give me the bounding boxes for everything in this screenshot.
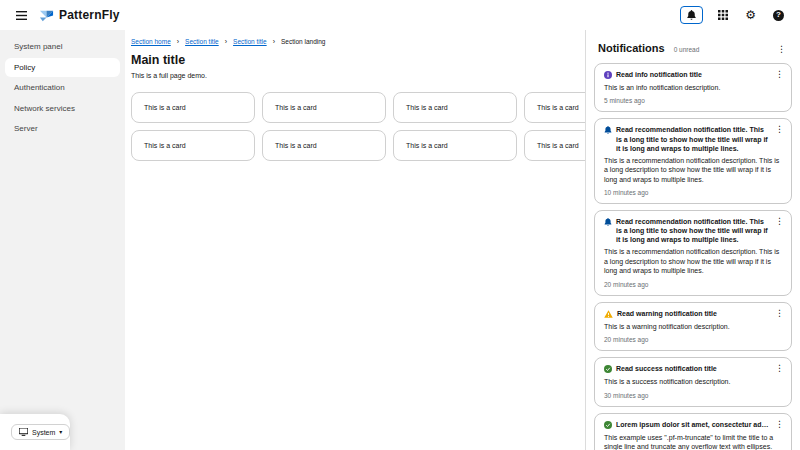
chevron-right-icon: › (177, 38, 179, 45)
notification-kebab-button[interactable]: ⋮ (771, 124, 788, 135)
notification-timestamp: 20 minutes ago (604, 336, 788, 343)
notification-title: Lorem ipsum dolor sit amet, consectetur … (616, 420, 771, 429)
notification-item[interactable]: Read warning notification title ⋮ This i… (594, 302, 792, 351)
sidebar-item-server[interactable]: Server (5, 119, 120, 139)
notification-kebab-button[interactable]: ⋮ (771, 216, 788, 227)
help-button[interactable]: ? (771, 8, 786, 23)
notification-description: This is a recommendation notification de… (604, 156, 788, 184)
notification-description: This is an info notification description… (604, 83, 788, 92)
bell-icon (687, 10, 696, 20)
sidebar-item-policy[interactable]: Policy (5, 58, 120, 78)
context-selector-toggle[interactable]: System ▾ (11, 424, 70, 440)
chevron-down-icon: ▾ (59, 429, 62, 435)
grid-icon (718, 10, 728, 20)
drawer-title: Notifications (598, 42, 665, 54)
context-selector-label: System (32, 429, 55, 436)
unread-count: 0 unread (674, 46, 700, 53)
notification-description: This is a warning notification descripti… (604, 322, 788, 331)
bell-icon (604, 126, 612, 134)
app-launcher-button[interactable] (716, 8, 730, 22)
hamburger-icon (16, 11, 27, 20)
info-circle-icon (604, 71, 612, 79)
brand-name: PatternFly (59, 8, 120, 22)
chevron-right-icon: › (225, 38, 227, 45)
masthead-toolbar: ⚙ ? (680, 6, 786, 24)
notification-description: This is a recommendation notification de… (604, 247, 788, 275)
notification-item[interactable]: Read recommendation notification title. … (594, 210, 792, 296)
notifications-bell-button[interactable] (680, 6, 703, 24)
notification-timestamp: 20 minutes ago (604, 281, 788, 288)
bell-icon (604, 218, 612, 226)
notification-item[interactable]: Lorem ipsum dolor sit amet, consectetur … (594, 413, 792, 450)
main-content: Section home › Section title › Section t… (125, 30, 585, 450)
warning-triangle-icon (604, 310, 613, 318)
sidebar-item-network-services[interactable]: Network services (5, 99, 120, 119)
notification-timestamp: 10 minutes ago (604, 189, 788, 196)
gear-icon: ⚙ (745, 9, 756, 21)
masthead: PatternFly ⚙ ? (0, 0, 800, 30)
notification-title: Read warning notification title (617, 309, 771, 318)
notification-kebab-button[interactable]: ⋮ (771, 69, 788, 80)
notification-drawer: Notifications 0 unread ⋮ Read info notif… (585, 30, 800, 450)
notification-list: Read info notification title ⋮ This is a… (586, 63, 800, 450)
notification-timestamp: 30 minutes ago (604, 392, 788, 399)
notification-title: Read recommendation notification title. … (616, 125, 771, 152)
notification-title: Read recommendation notification title. … (616, 217, 771, 244)
notification-item[interactable]: Read recommendation notification title. … (594, 118, 792, 204)
notification-description: This is a success notification descripti… (604, 377, 788, 386)
breadcrumb-link-section-home[interactable]: Section home (131, 38, 171, 45)
nav-toggle-button[interactable] (14, 9, 29, 22)
card[interactable]: This is a card (131, 130, 255, 161)
check-circle-icon (604, 365, 612, 373)
card-grid: This is a card This is a card This is a … (131, 92, 585, 161)
card[interactable]: This is a card (524, 92, 585, 123)
sidebar-nav: System panel Policy Authentication Netwo… (0, 30, 125, 450)
card[interactable]: This is a card (131, 92, 255, 123)
sidebar-item-authentication[interactable]: Authentication (5, 78, 120, 98)
breadcrumb-link-section-title-1[interactable]: Section title (185, 38, 219, 45)
breadcrumb-current: Section landing (281, 38, 325, 45)
drawer-kebab-button[interactable]: ⋮ (773, 44, 790, 55)
settings-button[interactable]: ⚙ (743, 7, 758, 23)
notification-kebab-button[interactable]: ⋮ (771, 363, 788, 374)
card[interactable]: This is a card (262, 130, 386, 161)
notification-timestamp: 5 minutes ago (604, 97, 788, 104)
context-selector-panel: System ▾ (0, 414, 70, 450)
notification-title: Read success notification title (616, 364, 771, 373)
notification-kebab-button[interactable]: ⋮ (771, 308, 788, 319)
brand[interactable]: PatternFly (39, 8, 120, 23)
notification-title: Read info notification title (616, 70, 771, 79)
chevron-right-icon: › (273, 38, 275, 45)
notification-drawer-header: Notifications 0 unread ⋮ (586, 30, 800, 63)
card[interactable]: This is a card (393, 130, 517, 161)
notification-item[interactable]: Read success notification title ⋮ This i… (594, 357, 792, 406)
check-circle-icon (604, 421, 612, 429)
breadcrumb-link-section-title-2[interactable]: Section title (233, 38, 267, 45)
card[interactable]: This is a card (393, 92, 517, 123)
notification-kebab-button[interactable]: ⋮ (771, 419, 788, 430)
page-title: Main title (131, 53, 585, 67)
page-subtitle: This is a full page demo. (131, 72, 585, 79)
card[interactable]: This is a card (262, 92, 386, 123)
patternfly-logo-icon (39, 8, 54, 23)
notification-item[interactable]: Read info notification title ⋮ This is a… (594, 63, 792, 112)
question-circle-icon: ? (773, 10, 784, 21)
monitor-icon (19, 428, 28, 436)
card[interactable]: This is a card (524, 130, 585, 161)
breadcrumb: Section home › Section title › Section t… (131, 38, 585, 45)
sidebar-item-system-panel[interactable]: System panel (5, 37, 120, 57)
notification-description: This example uses ".pf-m-truncate" to li… (604, 433, 788, 450)
